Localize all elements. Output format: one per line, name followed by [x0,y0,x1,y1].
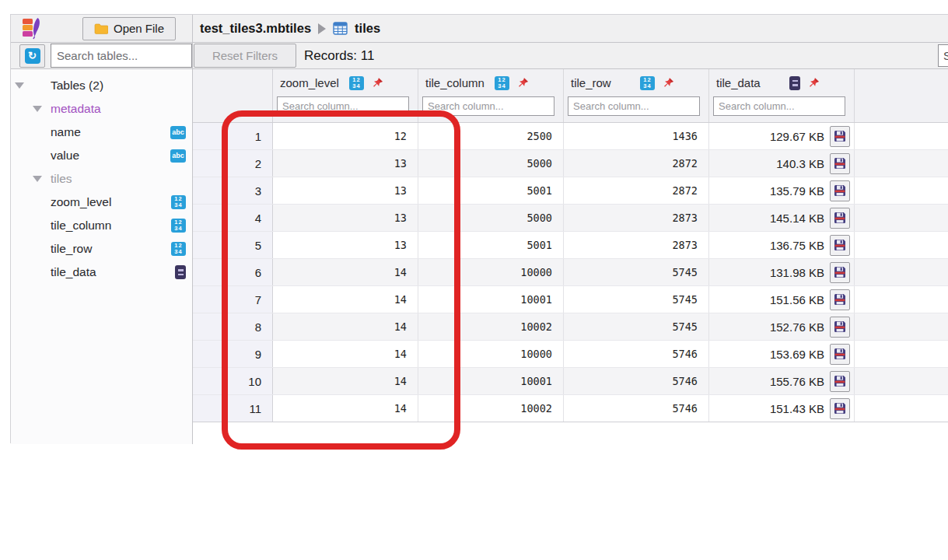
cell-zoom-level[interactable]: 13 [273,177,418,204]
cell-tile-column[interactable]: 5000 [418,205,564,231]
save-blob-button[interactable] [830,344,850,365]
cell-tile-data[interactable]: 131.98 KB [709,259,855,285]
column-search-input[interactable] [568,96,700,116]
save-blob-button[interactable] [830,398,850,419]
cell-tile-row[interactable]: 2872 [564,177,709,204]
save-blob-button[interactable] [830,289,850,310]
save-blob-button[interactable] [830,235,850,256]
cell-tile-row[interactable]: 2872 [564,150,709,177]
cell-tile-data[interactable]: 152.76 KB [709,313,855,340]
search-data-input[interactable] [938,44,948,67]
cell-tile-row[interactable]: 2873 [564,232,709,258]
cell-tile-row[interactable]: 5746 [564,368,709,394]
chevron-down-icon[interactable] [33,106,42,112]
floppy-icon [834,348,846,360]
cell-tile-column[interactable]: 10001 [418,286,564,313]
search-tables-input[interactable] [51,44,192,68]
column-name: tile_data [716,76,761,89]
save-blob-button[interactable] [830,153,850,174]
cell-tile-column[interactable]: 10000 [418,341,564,367]
open-file-label: Open File [114,22,164,35]
cell-tile-data[interactable]: 129.67 KB [709,123,855,149]
tree-item-column-tile-data[interactable]: tile_data [11,261,192,284]
cell-tile-data[interactable]: 145.14 KB [709,205,855,231]
cell-tile-column[interactable]: 10001 [418,368,564,394]
column-search-input[interactable] [277,96,409,116]
cell-zoom-level[interactable]: 14 [273,313,418,340]
pin-icon[interactable] [517,77,529,89]
cell-tile-column[interactable]: 10000 [418,259,564,285]
cell-tile-data[interactable]: 151.43 KB [709,395,855,422]
cell-zoom-level[interactable]: 14 [273,286,418,313]
cell-tile-column[interactable]: 5001 [418,232,564,258]
cell-zoom-level[interactable]: 13 [273,232,418,258]
row-filler [855,368,948,394]
column-header-tile-column: tile_column 1234 [418,69,564,122]
row-filler [855,232,948,258]
cell-zoom-level[interactable]: 12 [273,123,418,149]
cell-tile-row[interactable]: 5746 [564,395,709,422]
cell-tile-row[interactable]: 5746 [564,341,709,367]
cell-tile-data[interactable]: 135.79 KB [709,177,855,204]
cell-tile-row[interactable]: 5745 [564,286,709,313]
tree-item-column-zoom-level[interactable]: zoom_level 1234 [11,191,192,214]
save-blob-button[interactable] [830,262,850,283]
cell-tile-column[interactable]: 10002 [418,395,564,422]
number-type-icon: 1234 [349,76,364,90]
row-filler [855,341,948,367]
table-row: 4 13 5000 2873 145.14 KB [193,205,948,232]
column-search-input[interactable] [422,96,554,116]
tree-item-table-tiles[interactable]: tiles [11,167,192,191]
save-blob-button[interactable] [830,208,850,229]
data-grid: zoom_level 1234 tile_column 1234 tile_ro… [193,69,948,437]
chevron-down-icon[interactable] [33,176,42,182]
table-row: 8 14 10002 5745 152.76 KB [193,313,948,341]
save-blob-button[interactable] [830,317,850,338]
chevron-down-icon[interactable] [15,82,24,89]
open-file-button[interactable]: Open File [82,17,176,40]
cell-zoom-level[interactable]: 14 [273,368,418,394]
cell-tile-data[interactable]: 155.76 KB [709,368,855,394]
table-row: 5 13 5001 2873 136.75 KB [193,232,948,259]
save-blob-button[interactable] [830,126,850,147]
cell-tile-row[interactable]: 2873 [564,205,709,231]
cell-zoom-level[interactable]: 13 [273,205,418,231]
pin-icon[interactable] [808,77,820,89]
refresh-tables-button[interactable]: ↻ [19,44,45,68]
save-blob-button[interactable] [830,180,850,201]
cell-tile-row[interactable]: 5745 [564,259,709,285]
cell-tile-column[interactable]: 2500 [418,123,564,149]
cell-zoom-level[interactable]: 14 [273,395,418,422]
cell-tile-column[interactable]: 5000 [418,150,564,177]
cell-tile-row[interactable]: 5745 [564,313,709,340]
tree-item-column-tile-column[interactable]: tile_column 1234 [11,214,192,237]
cell-tile-data[interactable]: 140.3 KB [709,150,855,177]
cell-tile-data[interactable]: 153.69 KB [709,341,855,367]
cell-tile-column[interactable]: 5001 [418,177,564,204]
cell-zoom-level[interactable]: 14 [273,341,418,367]
cell-tile-column[interactable]: 10002 [418,313,564,340]
tree-item-column-name[interactable]: name abc [11,121,192,144]
column-header-sort[interactable]: zoom_level 1234 [273,69,418,96]
cell-tile-data[interactable]: 151.56 KB [709,286,855,313]
column-header-sort[interactable]: tile_data [709,69,854,96]
save-blob-button[interactable] [830,371,850,392]
cell-tile-row[interactable]: 1436 [564,123,709,149]
cell-zoom-level[interactable]: 13 [273,150,418,177]
tree-item-column-tile-row[interactable]: tile_row 1234 [11,237,192,261]
column-name: zoom_level [280,76,339,89]
column-header-sort[interactable]: tile_row 1234 [564,69,708,96]
column-search-input[interactable] [713,96,845,116]
pin-icon[interactable] [372,77,383,89]
column-header-sort[interactable]: tile_column 1234 [418,69,563,96]
table-icon [333,22,348,35]
pin-icon[interactable] [663,77,674,89]
row-number: 5 [193,232,273,258]
cell-tile-data[interactable]: 136.75 KB [709,232,855,258]
tree-item-column-value[interactable]: value abc [11,144,192,167]
reset-filters-button[interactable]: Reset Filters [194,44,296,68]
tree-item-table-metadata[interactable]: metadata [11,97,192,121]
tree-item-tables-root[interactable]: Tables (2) [11,74,192,97]
cell-zoom-level[interactable]: 14 [273,259,418,285]
folder-icon [94,23,108,34]
